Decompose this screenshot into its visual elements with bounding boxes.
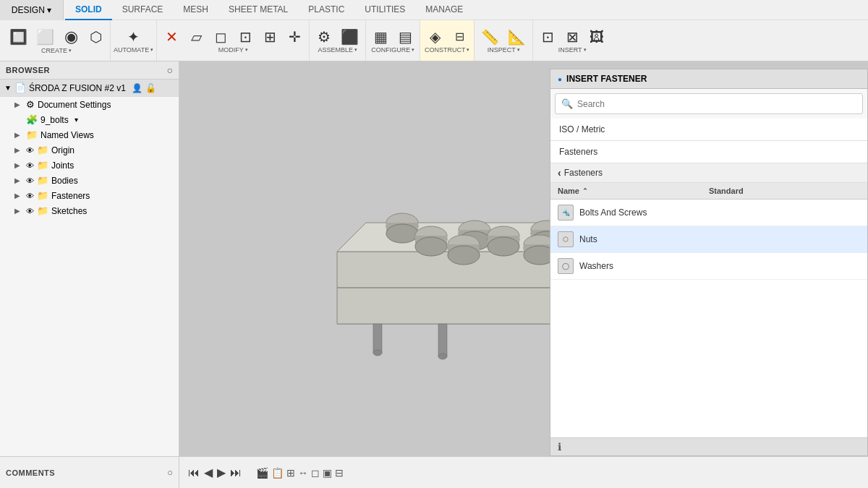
folder-icon: 📁 — [37, 175, 48, 186]
browser-item-bolts[interactable]: 🧩 9_bolts ▾ — [0, 112, 179, 127]
timeline-btn-7[interactable]: ⊟ — [335, 467, 344, 479]
browser-item-named-views[interactable]: ▶ 📁 Named Views — [0, 127, 179, 142]
dropdown-arrow: ▾ — [75, 116, 78, 124]
modify-btn-1[interactable]: ✕ — [160, 28, 183, 46]
modify-btn-4[interactable]: ⊡ — [234, 28, 257, 46]
svg-rect-42 — [373, 324, 382, 353]
tab-manage[interactable]: MANAGE — [415, 0, 473, 20]
browser-item-joints[interactable]: ▶ 👁 📁 Joints — [0, 158, 179, 173]
tab-utilities[interactable]: UTILITIES — [354, 0, 415, 20]
svg-rect-44 — [438, 324, 447, 356]
folder-icon: 📁 — [37, 205, 48, 216]
assemble-btn-1[interactable]: ⚙ — [312, 28, 336, 46]
browser-item-bodies[interactable]: ▶ 👁 📁 Bodies — [0, 173, 179, 188]
playback-next[interactable]: ▶ — [217, 466, 226, 479]
browser-root-item[interactable]: ▼ 📄 ŚRODA Z FUSION #2 v1 👤 🔓 — [0, 80, 179, 97]
timeline-btn-4[interactable]: ↔ — [298, 467, 308, 479]
fastener-panel: ● INSERT FASTENER 🔍 ISO / Metric Fastene… — [550, 69, 868, 456]
folder-icon: 📁 — [37, 145, 48, 155]
construct-btn-1[interactable]: ◈ — [423, 28, 446, 46]
automate-btn[interactable]: ✦ — [122, 28, 145, 46]
fastener-search-input[interactable] — [577, 99, 856, 109]
timeline-btn-6[interactable]: ▣ — [323, 467, 332, 479]
comments-section: COMMENTS ○ — [0, 457, 179, 488]
fastener-category-iso[interactable]: ISO / Metric — [550, 119, 867, 141]
eye-icon: 👁 — [26, 192, 34, 200]
design-button[interactable]: DESIGN ▾ — [0, 0, 64, 20]
insert-section: ⊡ ⊠ 🖼 INSERT▾ — [533, 20, 611, 61]
browser-item-origin[interactable]: ▶ 👁 📁 Origin — [0, 142, 179, 158]
tab-plastic[interactable]: PLASTIC — [298, 0, 354, 20]
configure-btn-2[interactable]: ▤ — [393, 28, 417, 46]
insert-label[interactable]: INSERT▾ — [558, 46, 587, 53]
item-label: Origin — [51, 145, 75, 155]
tab-mesh[interactable]: MESH — [173, 0, 218, 20]
insert-btn-3[interactable]: 🖼 — [585, 28, 608, 46]
inspect-btn-1[interactable]: 📏 — [477, 28, 503, 46]
timeline-btn-1[interactable]: 🎬 — [256, 467, 268, 479]
assemble-label[interactable]: ASSEMBLE▾ — [318, 46, 357, 53]
fastener-panel-header: ● INSERT FASTENER — [550, 69, 867, 89]
fastener-category-fasteners[interactable]: Fasteners — [550, 141, 867, 163]
bottom-bar: COMMENTS ○ ⏮ ◀ ▶ ⏭ 🎬 📋 ⊞ ↔ ◻ ▣ ⊟ — [0, 456, 868, 488]
tab-surface[interactable]: SURFACE — [112, 0, 174, 20]
insert-btn-1[interactable]: ⊡ — [536, 28, 559, 46]
construct-section: ◈ ⊟ CONSTRUCT▾ — [420, 20, 475, 61]
timeline-btn-5[interactable]: ◻ — [311, 467, 320, 479]
inspect-section: 📏 📐 INSPECT▾ — [475, 20, 533, 61]
fastener-row-nuts[interactable]: ⬡ Nuts — [550, 226, 867, 253]
eye-icon: 👁 — [26, 176, 34, 185]
playback-controls: ⏮ ◀ ▶ ⏭ — [179, 466, 250, 479]
fastener-breadcrumb: ‹ Fasteners — [550, 163, 867, 183]
modify-btn-5[interactable]: ⊞ — [258, 28, 281, 46]
assemble-section: ⚙ ⬛ ASSEMBLE▾ — [310, 20, 366, 61]
comments-expand-btn[interactable]: ○ — [167, 467, 173, 478]
item-label: 9_bolts — [41, 115, 69, 125]
modify-btn-3[interactable]: ◻ — [209, 28, 232, 46]
washers-label: Washers — [579, 261, 613, 271]
create-btn-1[interactable]: 🔲 — [6, 27, 31, 46]
timeline-btn-3[interactable]: ⊞ — [286, 467, 295, 479]
breadcrumb-back-btn[interactable]: ‹ — [558, 167, 561, 179]
construct-label[interactable]: CONSTRUCT▾ — [425, 46, 470, 53]
playback-prev-start[interactable]: ⏮ — [188, 466, 200, 479]
insert-btn-2[interactable]: ⊠ — [561, 28, 584, 46]
svg-point-43 — [373, 350, 382, 356]
root-expand-arrow: ▼ — [4, 84, 12, 92]
browser-item-fasteners[interactable]: ▶ 👁 📁 Fasteners — [0, 188, 179, 203]
svg-point-9 — [386, 224, 418, 243]
create-btn-4[interactable]: ⬡ — [84, 27, 107, 46]
modify-label[interactable]: MODIFY▾ — [218, 46, 248, 53]
modify-btn-2[interactable]: ▱ — [184, 28, 208, 46]
playback-next-end[interactable]: ⏭ — [230, 466, 242, 479]
tab-solid[interactable]: SOLID — [65, 0, 112, 20]
fastener-search-container: 🔍 — [555, 93, 863, 114]
timeline-btn-2[interactable]: 📋 — [271, 467, 284, 479]
configure-label[interactable]: CONFIGURE▾ — [371, 46, 414, 53]
create-btn-3[interactable]: ◉ — [59, 27, 82, 46]
modify-btn-6[interactable]: ✛ — [283, 28, 306, 46]
create-btn-2[interactable]: ⬜ — [33, 27, 58, 46]
construct-btn-2[interactable]: ⊟ — [448, 28, 471, 46]
standard-column-header: Standard — [709, 187, 860, 195]
fastener-row-bolts[interactable]: 🔩 Bolts And Screws — [550, 200, 867, 226]
assemble-btn-2[interactable]: ⬛ — [337, 28, 362, 46]
playback-prev[interactable]: ◀ — [204, 466, 213, 479]
expand-arrow: ▶ — [14, 161, 23, 169]
timeline-controls: 🎬 📋 ⊞ ↔ ◻ ▣ ⊟ — [250, 467, 349, 479]
browser-item-sketches[interactable]: ▶ 👁 📁 Sketches — [0, 203, 179, 218]
inspect-label[interactable]: INSPECT▾ — [488, 46, 520, 53]
automate-label[interactable]: AUTOMATE▾ — [114, 46, 153, 53]
expand-arrow: ▶ — [14, 207, 23, 215]
root-icon-2: 🔓 — [145, 83, 156, 93]
configure-btn-1[interactable]: ▦ — [369, 28, 392, 46]
browser-expand-btn[interactable]: ○ — [167, 64, 173, 76]
inspect-btn-2[interactable]: 📐 — [504, 28, 529, 46]
create-label[interactable]: CREATE▾ — [41, 47, 72, 54]
tab-sheet-metal[interactable]: SHEET METAL — [218, 0, 298, 20]
configure-section: ▦ ▤ CONFIGURE▾ — [366, 20, 420, 61]
breadcrumb-current: Fasteners — [564, 168, 603, 178]
browser-item-doc-settings[interactable]: ▶ ⚙ Document Settings — [0, 97, 179, 112]
fastener-row-washers[interactable]: ◯ Washers — [550, 253, 867, 280]
fastener-table-header: Name ⌃ Standard — [550, 183, 867, 200]
